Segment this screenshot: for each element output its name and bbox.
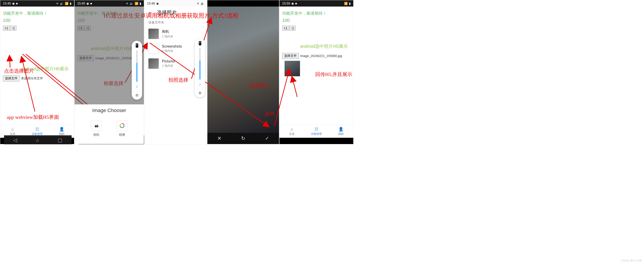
status-bar: 15:45 ◉ ■ ⚹ 🔉 📶 ▮	[0, 0, 74, 7]
camera-confirm-bar: ✕ ↻ ✓	[208, 133, 279, 144]
folder-count: 2 项内容	[162, 64, 175, 68]
bottom-nav: ⌂主页 ☷访客管理 👤我的	[280, 125, 353, 138]
note-icon: ♪	[136, 84, 138, 89]
vibrate-icon[interactable]: 📳	[198, 41, 202, 46]
counter: 100	[282, 18, 350, 23]
picker-title: 选择照片	[157, 9, 177, 16]
status-time: 15:45	[77, 2, 85, 5]
square-icon: ■	[295, 2, 297, 5]
cancel-icon[interactable]: ✕	[217, 135, 221, 141]
volume-panel[interactable]: 📳 ♪ ⚙	[195, 39, 205, 97]
status-bar: 15:45 ◉ ■ ⚹ 🔉 📶 ▮	[74, 0, 144, 7]
h5-title: android选中照片H5展示	[3, 65, 72, 73]
wifi-icon: 📶	[344, 2, 348, 5]
nav-home-label: 主页	[289, 132, 294, 136]
nav-mine-label: 我的	[338, 132, 344, 136]
folder-name: 相机	[162, 29, 173, 34]
signal-icon: ▮	[349, 2, 350, 5]
status-bar: 15:59 ◉ ■ 📶 ▮	[280, 0, 353, 7]
preview-image	[284, 61, 300, 76]
back-icon[interactable]: ◁	[13, 137, 17, 143]
screen-camera: ✕ ↻ ✓	[207, 0, 279, 144]
vibrate-icon: 🔉	[130, 2, 133, 5]
chooser-sheet: Image Chooser 📷 相机 相册	[74, 104, 144, 144]
bluetooth-icon: ⚹	[56, 2, 58, 5]
settings-icon[interactable]: ⚙	[132, 91, 142, 97]
home-icon: ⌂	[290, 127, 293, 132]
folder-thumb	[148, 29, 159, 39]
grid-icon: ☷	[314, 127, 318, 132]
retake-icon[interactable]: ↻	[241, 135, 245, 141]
screen-initial: 15:45 ◉ ■ ⚹ 🔉 📶 ▮ 功能开发中，敬请期待！ 100 +1 -1 …	[0, 0, 74, 144]
volume-panel[interactable]: 📳 ♪ ⚙	[132, 41, 142, 100]
develop-msg: 功能开发中，敬请期待！	[3, 11, 72, 16]
note-icon: ♪	[199, 82, 201, 87]
chooser-title: Image Chooser	[74, 108, 144, 113]
square-icon: ■	[90, 2, 92, 5]
screen-chooser: 15:45 ◉ ■ ⚹ 🔉 📶 ▮ 功能开发中，敬请期待！ 100 +1 -1 …	[74, 0, 144, 144]
status-bar: 15:46 ◉ ⚹ 🔉	[144, 0, 207, 7]
chooser-camera-label: 相机	[93, 133, 100, 137]
watermark: CSDN @小七奇	[621, 258, 642, 263]
develop-msg: 功能开发中，敬请期待！	[282, 11, 350, 16]
chooser-camera[interactable]: 📷 相机	[91, 120, 102, 137]
vibrate-icon[interactable]: 📳	[134, 43, 140, 48]
android-nav: ◁ ⌂ ▢	[4, 135, 72, 144]
status-time: 15:46	[147, 2, 155, 5]
section-device: 设备文件夹	[144, 19, 207, 26]
status-bar	[208, 0, 279, 7]
wifi-icon: 📶	[135, 2, 138, 5]
screen-result: 15:59 ◉ ■ 📶 ▮ 功能开发中，敬请期待！ 100 +1 -1 andr…	[279, 0, 354, 144]
browser-icon: ◉	[12, 2, 15, 5]
status-time: 15:45	[3, 2, 11, 5]
vibrate-icon: 🔉	[60, 2, 64, 5]
nav-mine[interactable]: 👤我的	[329, 125, 353, 138]
folder-thumb	[148, 58, 159, 69]
file-status: Image_20240221_155900.jpg	[300, 54, 342, 58]
chooser-album[interactable]: 相册	[117, 120, 128, 137]
back-icon[interactable]: ←	[148, 10, 153, 16]
home-icon[interactable]: ⌂	[36, 137, 39, 143]
minus-button[interactable]: -1	[289, 26, 296, 31]
file-status: 未选择任何文件	[21, 76, 43, 81]
browser-icon: ◉	[86, 2, 89, 5]
user-icon: 👤	[59, 127, 64, 132]
volume-slider[interactable]	[200, 48, 200, 80]
user-icon: 👤	[338, 127, 344, 132]
plus-button[interactable]: +1	[282, 26, 289, 31]
grid-icon: ☷	[35, 127, 39, 132]
volume-slider[interactable]	[136, 50, 137, 82]
settings-icon[interactable]: ⚙	[195, 89, 205, 95]
folder-name: Pictures	[162, 59, 175, 63]
folder-thumb	[148, 44, 159, 54]
folder-count: 4 项内容	[162, 49, 182, 53]
status-time: 15:59	[282, 2, 290, 5]
choose-file-button[interactable]: 选择文件	[282, 53, 299, 59]
camera-icon: 📷	[91, 120, 102, 131]
counter: 100	[3, 18, 72, 23]
system-nav	[280, 138, 353, 144]
confirm-icon[interactable]: ✓	[265, 135, 269, 141]
h5-title: android选中照片H5展示	[282, 42, 350, 51]
folder-name: Screenshots	[162, 44, 182, 49]
recents-icon[interactable]: ▢	[58, 137, 62, 143]
choose-file-button[interactable]: 选择文件	[3, 76, 20, 81]
signal-icon: ▮	[70, 2, 72, 5]
folder-count: 2 项内容	[162, 35, 173, 39]
minus-button[interactable]: -1	[10, 26, 16, 31]
plus-button[interactable]: +1	[3, 26, 10, 31]
camera-viewfinder	[208, 7, 279, 133]
bluetooth-icon: ⚹	[126, 2, 128, 5]
nav-home[interactable]: ⌂主页	[280, 125, 304, 138]
browser-icon: ◉	[292, 2, 294, 5]
chooser-album-label: 相册	[119, 133, 125, 137]
screen-picker: 15:46 ◉ ⚹ 🔉 ← 选择照片 📳 ♪ ⚙ 设备文件夹 相机 2 项内容 …	[144, 0, 207, 144]
photos-icon	[117, 120, 128, 131]
square-icon: ■	[16, 2, 18, 5]
nav-visitor-label: 访客管理	[311, 132, 322, 136]
signal-icon: ▮	[140, 2, 141, 5]
bluetooth-icon: ⚹	[197, 2, 199, 5]
nav-visitor[interactable]: ☷访客管理	[304, 125, 328, 138]
wifi-icon: 📶	[65, 2, 68, 5]
browser-icon: ◉	[156, 2, 159, 5]
